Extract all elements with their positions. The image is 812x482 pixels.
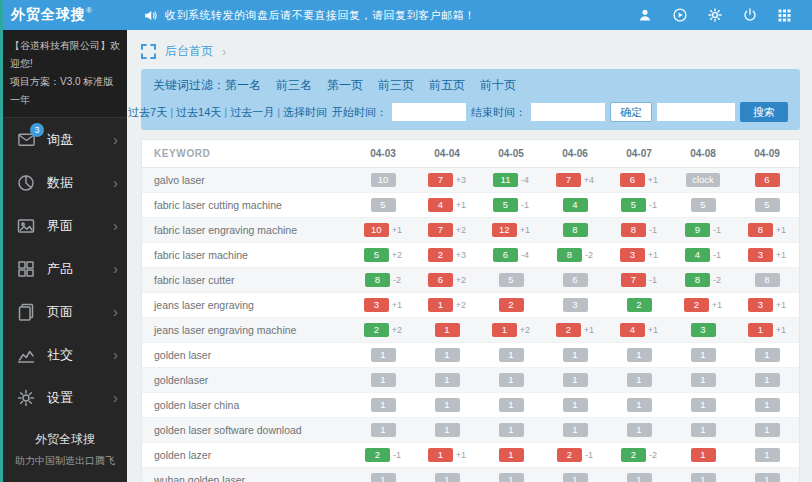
rank-badge: 6 [563,273,588,287]
rank-cell: 6-4 [479,243,543,268]
time-filter-option[interactable]: 过去一月 [230,106,274,118]
keyword-cell: fabric laser machine [142,243,351,268]
rank-badge: 6 [755,173,780,187]
rank-badge: 1 [435,398,460,412]
rank-delta: +3 [456,250,466,260]
rank-cell: 1 [543,368,607,393]
sidebar-item-social[interactable]: 社交› [3,333,127,376]
rank-cell: 1+1 [415,443,479,468]
rank-delta: +1 [648,325,658,335]
rank-cell: 3 [671,318,735,343]
keyword-column-header: KEYWORD [142,140,351,168]
keyword-filter-label: 关键词过滤： [153,77,225,94]
sidebar-item-label: 产品 [47,260,113,278]
rank-badge: 5 [364,248,389,262]
table-row: galvo laser107+311-47+46+1clock6 [142,168,799,193]
rank-cell: 1 [607,393,671,418]
rank-badge: 1 [563,373,588,387]
time-filter-row: 查看时间： 过去7天|过去14天|过去一月|选择时间 开始时间： 结束时间： 确… [153,102,788,122]
rank-cell: 1 [415,368,479,393]
rank-badge: 8 [685,273,710,287]
keyword-filter-option[interactable]: 前三页 [378,78,414,92]
table-row: jeans laser engraving machine2+211+22+14… [142,318,799,343]
sidebar-footer: 外贸全球搜 助力中国制造出口腾飞 [3,428,127,470]
rank-badge: 1 [755,473,780,482]
option-separator: | [224,106,227,118]
rank-badge: 1 [371,373,396,387]
keyword-filter-option[interactable]: 前三名 [276,78,312,92]
chevron-right-icon: › [113,218,118,233]
start-time-input[interactable] [392,103,466,121]
app-logo[interactable]: 外贸全球搜® [3,6,135,24]
welcome-company: 【谷道科技有限公司】欢迎您! [10,37,120,73]
end-time-input[interactable] [531,103,605,121]
rank-cell: 1 [351,418,415,443]
rank-cell: 7+2 [415,218,479,243]
registered-mark: ® [86,6,93,15]
fullscreen-icon[interactable] [141,44,156,59]
rank-badge: 1 [755,448,780,462]
envelope-icon: 3 [16,130,38,150]
date-column-header: 04-08 [671,140,735,168]
play-icon[interactable] [672,7,688,23]
rank-badge: 2 [365,448,390,462]
rank-cell: 2+2 [351,318,415,343]
keyword-cell: goldenlaser [142,368,351,393]
time-filter-options: 过去7天|过去14天|过去一月|选择时间 [128,105,327,120]
time-filter-option[interactable]: 过去14天 [176,106,221,118]
main-content: 后台首页 › 关键词过滤： 第一名前三名第一页前三页前五页前十页 查看时间： 过… [127,30,812,482]
sidebar-item-data[interactable]: 数据› [3,161,127,204]
time-filter-option[interactable]: 过去7天 [128,106,167,118]
rank-delta: +1 [776,250,786,260]
rank-delta: +1 [392,300,402,310]
rank-badge: 1 [371,398,396,412]
keyword-filter-option[interactable]: 第一页 [327,78,363,92]
date-column-header: 04-06 [543,140,607,168]
rank-cell: 1 [607,468,671,482]
keyword-filter-option[interactable]: 前五页 [429,78,465,92]
rank-cell: 10 [351,168,415,193]
rank-badge: 5 [691,198,716,212]
rank-cell: 1 [543,343,607,368]
rank-delta: -2 [585,250,593,260]
rank-delta: -2 [649,450,657,460]
avatar-icon[interactable] [637,7,653,23]
keyword-search-input[interactable] [657,103,735,121]
rank-cell: 7+4 [543,168,607,193]
gear-icon[interactable] [707,7,723,23]
rank-cell: 6+1 [607,168,671,193]
keyword-filter-option[interactable]: 前十页 [480,78,516,92]
time-filter-option[interactable]: 选择时间 [283,106,327,118]
sidebar-item-label: 社交 [47,346,113,364]
rank-badge: 1 [371,348,396,362]
rank-cell: 8 [543,218,607,243]
table-row: fabric laser cutter8-26+2567-18-28 [142,268,799,293]
rank-badge: 5 [621,198,646,212]
sidebar-item-pages[interactable]: 页面› [3,290,127,333]
rank-cell: 4 [543,193,607,218]
power-icon[interactable] [742,7,758,23]
breadcrumb-home[interactable]: 后台首页 [165,43,213,60]
rank-badge: 6 [620,173,645,187]
rank-badge: 3 [748,248,773,262]
rank-badge: 10 [371,173,396,187]
rank-delta: +1 [776,300,786,310]
rank-badge: 3 [748,298,773,312]
sidebar-item-products[interactable]: 产品› [3,247,127,290]
rank-badge: 6 [493,248,518,262]
search-button[interactable]: 搜索 [740,102,788,122]
rank-badge: 2 [556,323,581,337]
sidebar-item-inquiry[interactable]: 3询盘› [3,118,127,161]
date-column-header: 04-03 [351,140,415,168]
rank-cell: 1 [607,418,671,443]
grid-icon[interactable] [777,8,792,23]
sidebar-item-interface[interactable]: 界面› [3,204,127,247]
topbar-actions [637,7,812,23]
sidebar-item-settings[interactable]: 设置› [3,376,127,419]
rank-badge: 1 [499,423,524,437]
keyword-filter-option[interactable]: 第一名 [225,78,261,92]
rank-badge: 10 [364,223,389,237]
rank-badge: 1 [627,398,652,412]
rank-badge: 1 [435,373,460,387]
confirm-button[interactable]: 确定 [610,102,652,122]
